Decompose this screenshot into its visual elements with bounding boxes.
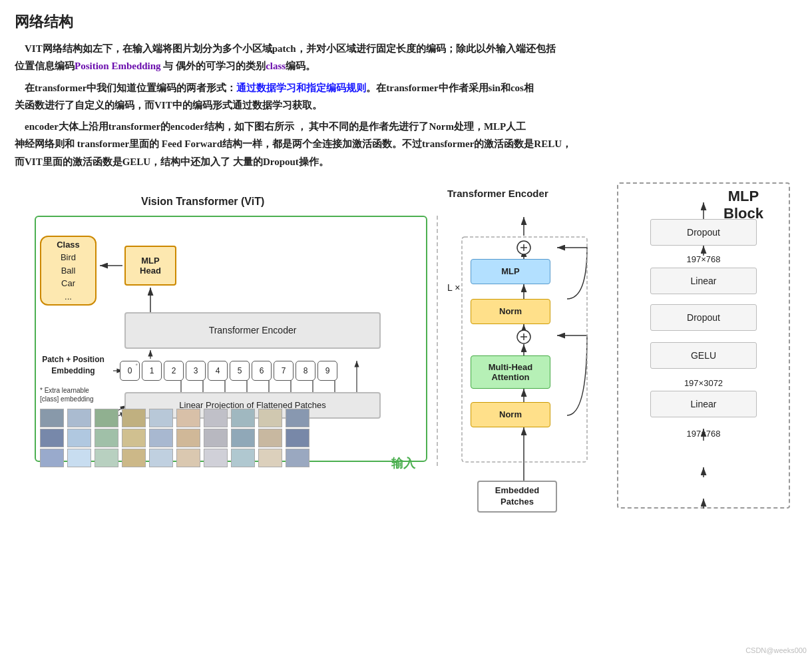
- img-thumb-9: [95, 449, 118, 467]
- patch-4: 4: [208, 361, 228, 381]
- img-thumb-24: [231, 449, 255, 467]
- transformer-encoder-diagram: Transformer Encoder L × MLP Norm Multi-H…: [441, 182, 614, 522]
- patch-2: 2: [164, 361, 184, 381]
- img-row: [40, 409, 309, 467]
- mlp-block-diagram: MLPBlock Dropout 197×768 Linear Dropout …: [617, 182, 797, 522]
- img-thumb-22: [231, 409, 255, 427]
- img-thumb-18: [176, 449, 200, 467]
- img-thumb-7: [95, 409, 118, 427]
- patch-1: 1: [142, 361, 162, 381]
- img-thumb-27: [258, 449, 282, 467]
- patch-8: 8: [296, 361, 315, 381]
- page-container: 网络结构 VIT网络结构如左下，在输入端将图片划分为多个小区域patch，并对小…: [0, 0, 812, 535]
- patch-0: 0*: [120, 361, 140, 381]
- mlp-dim1: 197×768: [650, 254, 757, 264]
- img-thumb-29: [286, 429, 309, 447]
- class-title: Class: [57, 238, 80, 252]
- img-col-4: [122, 409, 146, 467]
- img-col-6: [176, 409, 200, 467]
- mlp-linear2: Linear: [650, 268, 757, 294]
- vit-te-box: Transformer Encoder: [124, 312, 381, 349]
- img-thumb-19: [204, 409, 228, 427]
- watermark: CSDN@weeks000: [745, 646, 807, 654]
- patch-pos-label: Patch + PositionEmbedding: [40, 354, 106, 377]
- img-thumb-5: [67, 429, 91, 447]
- te-arrows-svg: [441, 182, 614, 522]
- img-col-10: [286, 409, 309, 467]
- img-thumb-20: [204, 429, 228, 447]
- mlp-dropout2: Dropout: [650, 304, 757, 331]
- patch-pos-extra: * Extra learnable[class] embedding: [40, 386, 113, 403]
- img-col-2: [67, 409, 91, 467]
- img-thumb-25: [258, 409, 282, 427]
- lx-label: L ×: [447, 282, 460, 293]
- img-thumb-28: [286, 409, 309, 427]
- patch-7: 7: [274, 361, 294, 381]
- img-thumb-12: [122, 449, 146, 467]
- img-thumb-23: [231, 429, 255, 447]
- vit-diagram: Vision Transformer (ViT) Class BirdBallC…: [15, 182, 441, 482]
- img-thumb-1: [40, 409, 64, 427]
- img-thumb-4: [67, 409, 91, 427]
- svg-point-26: [517, 241, 530, 254]
- page-title: 网络结构: [15, 12, 797, 32]
- img-thumb-13: [149, 409, 173, 427]
- img-thumb-14: [149, 429, 173, 447]
- te-mha-block: Multi-HeadAttention: [471, 355, 550, 389]
- img-thumb-17: [176, 429, 200, 447]
- p3-text: encoder大体上沿用transformer的encoder结构，如下图右所示…: [15, 121, 572, 167]
- img-thumb-8: [95, 429, 118, 447]
- img-col-3: [95, 409, 118, 467]
- mlp-dropout1: Dropout: [650, 219, 757, 246]
- input-label: 输入: [391, 455, 415, 471]
- mlp-dim3: 197×768: [650, 429, 757, 439]
- mlp-block-title: MLPBlock: [723, 188, 763, 223]
- img-thumb-15: [149, 449, 173, 467]
- img-col-9: [258, 409, 282, 467]
- vit-title: Vision Transformer (ViT): [141, 196, 264, 208]
- mlp-gelu: GELU: [650, 342, 757, 369]
- img-col-7: [204, 409, 228, 467]
- te-embedded-patches: EmbeddedPatches: [477, 481, 557, 513]
- img-thumb-3: [40, 449, 64, 467]
- paragraph-3: encoder大体上沿用transformer的encoder结构，如下图右所示…: [15, 118, 797, 170]
- patch-6: 6: [252, 361, 272, 381]
- patches-row: 0* 1 2 3 4 5 6 7 8 9: [120, 361, 337, 381]
- mlp-dim2: 197×3072: [650, 378, 757, 388]
- img-thumb-6: [67, 449, 91, 467]
- mlp-head-box: MLPHead: [124, 246, 176, 286]
- img-col-5: [149, 409, 173, 467]
- te-mlp-block: MLP: [471, 259, 550, 284]
- img-thumb-16: [176, 409, 200, 427]
- img-col-8: [231, 409, 255, 467]
- img-thumb-30: [286, 449, 309, 467]
- img-thumb-10: [122, 409, 146, 427]
- diagrams-row: Vision Transformer (ViT) Class BirdBallC…: [15, 182, 797, 522]
- patch-5: 5: [230, 361, 250, 381]
- patch-3: 3: [186, 361, 206, 381]
- te-norm1-block: Norm: [471, 299, 550, 324]
- te-norm2-block: Norm: [471, 402, 550, 427]
- img-thumb-21: [204, 449, 228, 467]
- img-col-1: [40, 409, 64, 467]
- paragraph-2: 在transformer中我们知道位置编码的两者形式：通过数据学习和指定编码规则…: [15, 79, 797, 114]
- p2-text: 在transformer中我们知道位置编码的两者形式：通过数据学习和指定编码规则…: [15, 83, 534, 110]
- paragraph-1: VIT网络结构如左下，在输入端将图片划分为多个小区域patch，并对小区域进行固…: [15, 40, 797, 75]
- class-items: BirdBallCar...: [61, 251, 76, 303]
- p1-text: VIT网络结构如左下，在输入端将图片划分为多个小区域patch，并对小区域进行固…: [15, 43, 556, 71]
- patch-9: 9: [317, 361, 337, 381]
- img-thumb-2: [40, 429, 64, 447]
- mlp-linear1: Linear: [650, 391, 757, 417]
- img-thumb-11: [122, 429, 146, 447]
- svg-point-29: [517, 330, 530, 343]
- class-box: Class BirdBallCar...: [40, 236, 97, 306]
- te-diagram-title: Transformer Encoder: [447, 188, 548, 199]
- img-thumb-26: [258, 429, 282, 447]
